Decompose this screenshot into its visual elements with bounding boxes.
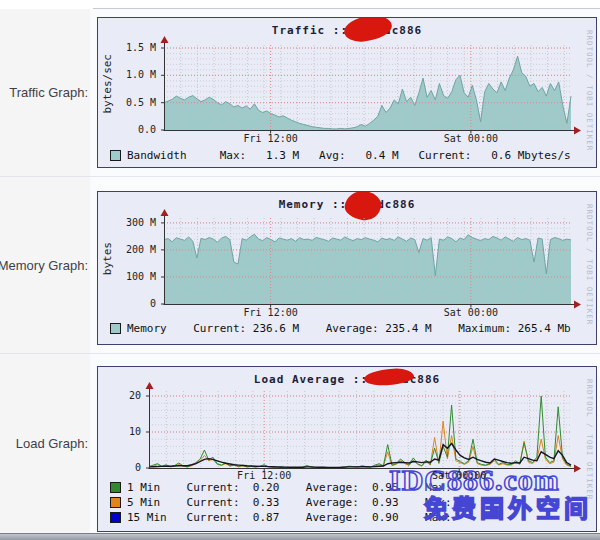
rrdtool-watermark: RRDTOOL / TOBI OETIKER: [585, 379, 594, 500]
graph-title-prefix: Traffic ::: [272, 24, 348, 37]
bottom-bar: [0, 533, 600, 540]
legend: Memory Current: 236.6 M Average: 235.4 M…: [110, 321, 594, 336]
red-scribble-icon: [343, 191, 383, 222]
y-tick-label: 0.0: [98, 124, 156, 135]
red-scribble-icon: [343, 17, 393, 43]
load-row-label: Load Graph:: [0, 354, 90, 533]
memory-graph-panel[interactable]: Memory :: dc886 bytes Memory Current: 23…: [97, 191, 597, 345]
legend-swatch: [110, 150, 121, 161]
y-tick-label: 300 M: [98, 217, 156, 228]
redaction-scribble: [368, 372, 402, 386]
redaction-scribble: [347, 197, 377, 211]
legend-swatch: [110, 323, 121, 334]
traffic-graph-title: Traffic :: dc886: [98, 23, 596, 37]
y-tick-label: 200 M: [98, 244, 156, 255]
memory-graph-title: Memory :: dc886: [98, 197, 596, 211]
plot-area: [154, 208, 583, 314]
x-tick-label: Fri 12:00: [237, 470, 291, 481]
x-tick-label: Sat 00:00: [432, 470, 486, 481]
top-strip: [0, 0, 600, 9]
legend-text: 5 Min Current: 0.33 Average: 0.93 Max:: [127, 496, 452, 509]
legend-swatch: [110, 512, 121, 523]
graph-title-host: dc886: [377, 198, 415, 211]
legend-text: Bandwidth Max: 1.3 M Avg: 0.4 M Current:…: [127, 149, 571, 162]
graph-title-prefix: Load Average ::: [254, 373, 368, 386]
legend-text: 1 Min Current: 0.20 Average: 0.95 Max:: [127, 481, 452, 494]
legend-row: Bandwidth Max: 1.3 M Avg: 0.4 M Current:…: [110, 148, 594, 163]
memory-row-label: Memory Graph:: [0, 177, 90, 353]
y-tick-label: 0.5 M: [98, 97, 156, 108]
x-tick-label: Fri 12:00: [244, 133, 298, 144]
y-tick-label: 100 M: [98, 271, 156, 282]
traffic-row: Traffic Graph: Traffic :: dc886 bytes/se…: [0, 9, 600, 177]
y-tick-label: 0: [98, 298, 156, 309]
x-tick-label: Fri 12:00: [244, 307, 298, 318]
memory-row: Memory Graph: Memory :: dc886 bytes Memo…: [0, 177, 600, 354]
redaction-scribble: [348, 23, 384, 37]
monitoring-page: Traffic Graph: Traffic :: dc886 bytes/se…: [0, 0, 600, 540]
legend-swatch: [110, 497, 121, 508]
plot-area: [154, 35, 583, 140]
x-tick-label: Sat 00:00: [444, 307, 498, 318]
traffic-graph-label: Traffic Graph:: [9, 85, 88, 100]
load-graph-label: Load Graph:: [16, 436, 88, 451]
legend-row: Memory Current: 236.6 M Average: 235.4 M…: [110, 321, 594, 336]
x-tick-label: Sat 00:00: [444, 133, 498, 144]
memory-graph-cell: Memory :: dc886 bytes Memory Current: 23…: [90, 177, 600, 353]
load-graph-cell: Load Average :: dc886 1 Min Current: 0.2…: [90, 354, 600, 533]
y-tick-label: 1.0 M: [98, 69, 156, 80]
legend-row: 15 Min Current: 0.87 Average: 0.90 Max:: [110, 510, 594, 525]
rrdtool-watermark: RRDTOOL / TOBI OETIKER: [585, 30, 594, 151]
graph-title-prefix: Memory ::: [279, 198, 348, 211]
legend: 1 Min Current: 0.20 Average: 0.95 Max: 5…: [110, 480, 594, 525]
legend-text: Memory Current: 236.6 M Average: 235.4 M…: [127, 322, 571, 335]
legend-row: 5 Min Current: 0.33 Average: 0.93 Max:: [110, 495, 594, 510]
plot-area: [139, 381, 583, 478]
load-graph-title: Load Average :: dc886: [98, 372, 596, 386]
y-tick-label: 20: [98, 390, 141, 401]
traffic-row-label: Traffic Graph:: [0, 9, 90, 176]
load-row: Load Graph: Load Average :: dc886 1 Min …: [0, 354, 600, 533]
load-graph-panel[interactable]: Load Average :: dc886 1 Min Current: 0.2…: [97, 366, 597, 532]
legend: Bandwidth Max: 1.3 M Avg: 0.4 M Current:…: [110, 148, 594, 163]
y-tick-label: 10: [98, 426, 141, 437]
y-tick-label: 0: [98, 462, 141, 473]
legend-row: 1 Min Current: 0.20 Average: 0.95 Max:: [110, 480, 594, 495]
memory-graph-label: Memory Graph:: [0, 258, 88, 273]
legend-swatch: [110, 482, 121, 493]
rrdtool-watermark: RRDTOOL / TOBI OETIKER: [585, 204, 594, 325]
traffic-graph-cell: Traffic :: dc886 bytes/sec Bandwidth Max…: [90, 9, 600, 176]
traffic-graph-panel[interactable]: Traffic :: dc886 bytes/sec Bandwidth Max…: [97, 17, 597, 168]
legend-text: 15 Min Current: 0.87 Average: 0.90 Max:: [127, 511, 452, 524]
y-tick-label: 1.5 M: [98, 42, 156, 53]
